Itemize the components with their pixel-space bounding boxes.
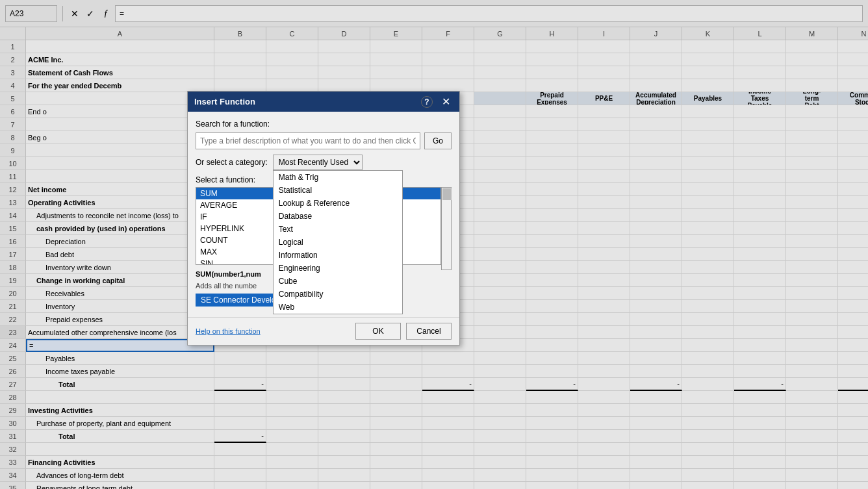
cat-item-lookup[interactable]: Lookup & Reference (274, 197, 402, 210)
cancel-button[interactable]: Cancel (406, 323, 452, 340)
cat-item-cube[interactable]: Cube (274, 275, 402, 288)
go-button[interactable]: Go (424, 132, 452, 149)
cat-item-db[interactable]: Database (274, 210, 402, 223)
search-row: Go (196, 132, 452, 149)
cat-item-logical[interactable]: Logical (274, 236, 402, 249)
category-select[interactable]: Most Recently Used (273, 155, 363, 170)
cat-item-text[interactable]: Text (274, 223, 402, 236)
cat-item-compat[interactable]: Compatibility (274, 288, 402, 301)
category-row: Or select a category: Most Recently Used… (196, 155, 452, 170)
fn-list-scrollbar[interactable] (441, 187, 452, 270)
ok-button[interactable]: OK (355, 323, 401, 340)
cat-item-stat[interactable]: Statistical (274, 184, 402, 197)
category-dropdown[interactable]: Math & Trig Statistical Lookup & Referen… (273, 170, 403, 314)
dialog-close-button[interactable]: ✕ (439, 95, 453, 108)
function-signature: SUM(number1,num (196, 270, 261, 278)
cat-item-web[interactable]: Web (274, 301, 402, 314)
cat-item-info[interactable]: Information (274, 249, 402, 262)
search-input[interactable] (196, 132, 420, 149)
search-label: Search for a function: (196, 119, 452, 129)
dialog-help-button[interactable]: ? (421, 96, 433, 108)
fn-scrollbar-thumb[interactable] (442, 188, 452, 200)
dialog-buttons: OK Cancel (355, 323, 452, 340)
dialog-title: Insert Function (194, 97, 255, 107)
cat-item-eng[interactable]: Engineering (274, 262, 402, 275)
dialog-footer: Help on this function OK Cancel (188, 317, 459, 345)
se-connector-item[interactable]: SE Connector Develop (196, 294, 285, 307)
insert-function-dialog: Insert Function ? ✕ Search for a functio… (187, 91, 460, 345)
spreadsheet: A23 ✕ ✓ ƒ A B C D E F G H I J K L M N O … (0, 0, 868, 489)
category-label: Or select a category: (196, 158, 268, 167)
dialog-body: Search for a function: Go Or select a ca… (188, 112, 459, 317)
cat-item-math[interactable]: Math & Trig (274, 171, 402, 184)
help-link[interactable]: Help on this function (196, 327, 261, 335)
dialog-titlebar: Insert Function ? ✕ (188, 92, 459, 112)
